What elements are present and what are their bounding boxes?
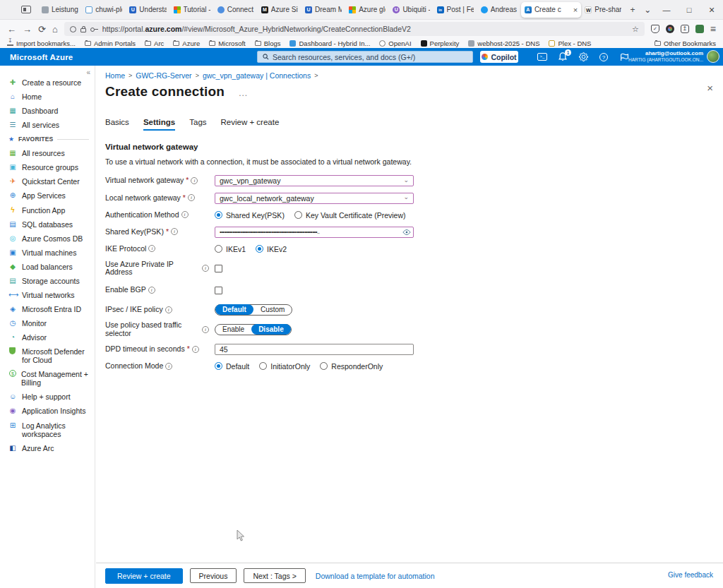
browser-tab[interactable]: Pre-shared — [581, 2, 625, 18]
sidebar-item-function-app[interactable]: Function App — [0, 203, 95, 217]
global-search-input[interactable]: Search resources, services, and docs (G+… — [257, 51, 473, 63]
browser-tab[interactable]: Andreas H — [477, 2, 521, 18]
sidebar-collapse-icon[interactable]: « — [86, 68, 90, 76]
enable-bgp-checkbox[interactable] — [215, 287, 222, 294]
settings-gear-icon[interactable] — [578, 52, 589, 63]
info-icon[interactable] — [181, 211, 189, 218]
menu-icon[interactable]: ≡ — [710, 24, 716, 34]
sidebar-item-virtual-machines[interactable]: Virtual machines — [0, 246, 95, 260]
local-network-gateway-select[interactable]: gwc_local_network_gateway⌄ — [215, 193, 414, 204]
info-icon[interactable] — [191, 177, 198, 184]
radio-ikev1[interactable]: IKEv1 — [215, 245, 246, 253]
new-tab-button[interactable]: + — [625, 5, 640, 15]
sidebar-item-azure-arc[interactable]: Azure Arc — [0, 441, 95, 455]
avatar[interactable] — [707, 50, 719, 63]
forward-icon[interactable]: → — [23, 25, 32, 34]
browser-tab-active[interactable]: Create c× — [521, 2, 581, 18]
sidebar-item-all-services[interactable]: All services — [0, 118, 95, 132]
sidebar-item-resource-groups[interactable]: Resource groups — [0, 160, 95, 174]
sidebar-item-all-resources[interactable]: All resources — [0, 146, 95, 160]
browser-tab[interactable]: Ubiquiti - D — [389, 2, 433, 18]
bookmark-item[interactable]: Dashboard - Hybrid In... — [289, 40, 370, 47]
more-options-icon[interactable]: ... — [239, 88, 248, 98]
bookmark-item[interactable]: webhost-2025 - DNS — [468, 40, 539, 47]
cloud-shell-icon[interactable] — [537, 52, 548, 63]
password-key-icon[interactable] — [90, 28, 98, 31]
sidebar-item-create-a-resource[interactable]: Create a resource — [0, 76, 95, 90]
minimize-button[interactable]: — — [655, 0, 678, 20]
sync-extension-icon[interactable] — [681, 25, 689, 33]
sidebar-item-storage-accounts[interactable]: Storage accounts — [0, 274, 95, 288]
tab-list-chevron-icon[interactable]: ⌄ — [640, 5, 655, 15]
info-icon[interactable] — [192, 346, 199, 353]
shared-key-input[interactable]: ••••••••••••••••••••••••••••••••••••••••… — [215, 227, 414, 238]
sidebar-item-sql-databases[interactable]: SQL databases — [0, 217, 95, 232]
bookmark-item[interactable]: Arc — [145, 40, 164, 47]
browser-tab[interactable]: Azure glob — [345, 2, 389, 18]
firefox-view-icon[interactable] — [21, 6, 31, 13]
info-icon[interactable] — [202, 265, 209, 272]
info-icon[interactable] — [165, 363, 172, 370]
radio-connection-mode-default[interactable]: Default — [215, 362, 249, 371]
sidebar-item-azure-cosmos-db[interactable]: Azure Cosmos DB — [0, 232, 95, 246]
give-feedback-link[interactable]: Give feedback — [668, 571, 713, 579]
bookmark-item[interactable]: Azure — [173, 40, 200, 47]
radio-shared-key-psk[interactable]: Shared Key(PSK) — [215, 211, 285, 220]
copilot-button[interactable]: Copilot — [480, 51, 518, 63]
password-manager-extension-icon[interactable] — [695, 25, 704, 33]
info-icon[interactable] — [165, 306, 172, 313]
home-icon[interactable]: ⌂ — [52, 25, 58, 34]
bookmark-item[interactable]: Import bookmarks... — [7, 40, 76, 47]
sidebar-item-application-insights[interactable]: Application Insights — [0, 404, 95, 418]
privacy-extension-icon[interactable] — [651, 25, 659, 33]
tab-review-create[interactable]: Review + create — [221, 118, 280, 131]
sidebar-item-cost-management[interactable]: Cost Management + Billing — [0, 367, 95, 390]
info-icon[interactable] — [188, 194, 195, 201]
sidebar-item-home[interactable]: Home — [0, 90, 95, 104]
bookmark-item[interactable]: Admin Portals — [85, 40, 136, 47]
bookmark-item[interactable]: Perplexity — [421, 40, 460, 47]
url-text[interactable]: https://portal.azure.com/#view/Microsoft… — [102, 25, 628, 33]
adblock-extension-icon[interactable] — [666, 25, 674, 33]
account-info[interactable]: ahartig@outlook.com HARTIG (AHARTIGOUTLO… — [628, 50, 703, 63]
maximize-button[interactable]: □ — [678, 0, 700, 20]
browser-tab[interactable]: Leistung — [38, 2, 82, 18]
radio-initiator-only[interactable]: InitiatorOnly — [259, 362, 310, 371]
other-bookmarks[interactable]: Other Bookmarks — [655, 40, 716, 47]
close-window-button[interactable]: × — [700, 0, 723, 20]
bookmark-item[interactable]: Blogs — [255, 40, 281, 47]
breadcrumb-resource-group[interactable]: GWC-RG-Server — [136, 71, 191, 80]
blade-close-icon[interactable]: × — [707, 83, 713, 93]
help-icon[interactable] — [598, 52, 609, 63]
reload-icon[interactable]: ⟳ — [38, 25, 46, 34]
info-icon[interactable] — [148, 287, 155, 294]
bookmark-item[interactable]: OpenAI — [379, 40, 411, 47]
download-template-link[interactable]: Download a template for automation — [316, 572, 435, 580]
sidebar-item-monitor[interactable]: Monitor — [0, 316, 95, 330]
sidebar-item-virtual-networks[interactable]: Virtual networks — [0, 288, 95, 302]
notifications-bell-icon[interactable]: 1 — [557, 52, 568, 63]
dpd-timeout-input[interactable]: 45 — [215, 344, 414, 355]
breadcrumb-home[interactable]: Home — [105, 71, 125, 80]
tab-basics[interactable]: Basics — [105, 118, 129, 131]
review-create-button[interactable]: Review + create — [105, 568, 183, 584]
browser-tab[interactable]: Post | Feed — [434, 2, 477, 18]
use-azure-private-ip-checkbox[interactable] — [215, 265, 222, 272]
browser-tab[interactable]: Dream Ma — [301, 2, 345, 18]
browser-tab[interactable]: Connect U — [214, 2, 258, 18]
virtual-network-gateway-select[interactable]: gwc_vpn_gateway⌄ — [215, 175, 414, 186]
sidebar-item-quickstart-center[interactable]: Quickstart Center — [0, 174, 95, 188]
tab-settings[interactable]: Settings — [143, 118, 175, 131]
info-icon[interactable] — [148, 245, 155, 252]
next-tags-button[interactable]: Next : Tags > — [244, 568, 305, 583]
sidebar-item-app-services[interactable]: App Services — [0, 188, 95, 203]
breadcrumb-gateway-connections[interactable]: gwc_vpn_gateway | Connections — [203, 71, 311, 80]
radio-key-vault-certificate[interactable]: Key Vault Certificate (Preview) — [294, 211, 406, 220]
tab-close-icon[interactable]: × — [573, 6, 578, 14]
tracking-protection-icon[interactable] — [70, 26, 76, 32]
url-bar[interactable]: https://portal.azure.com/#view/Microsoft… — [64, 22, 645, 36]
radio-responder-only[interactable]: ResponderOnly — [320, 362, 383, 371]
info-icon[interactable] — [171, 228, 178, 235]
info-icon[interactable] — [202, 326, 209, 333]
sidebar-item-microsoft-defender[interactable]: Microsoft Defender for Cloud — [0, 344, 95, 367]
